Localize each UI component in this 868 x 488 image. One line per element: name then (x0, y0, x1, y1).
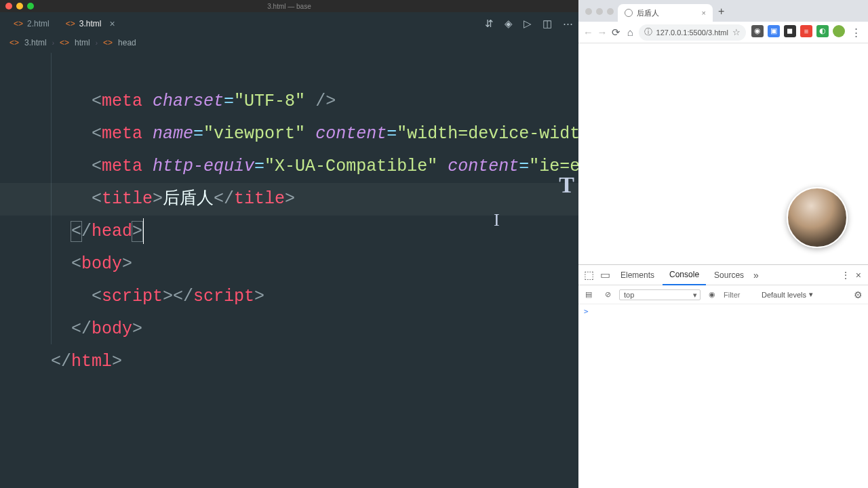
maximize-window-icon[interactable] (607, 8, 614, 15)
site-info-icon[interactable]: ⓘ (644, 26, 652, 38)
reload-button[interactable]: ⟳ (610, 25, 622, 40)
console-toolbar: ▤ ⊘ top ◉ Default levels▾ ⚙ (578, 285, 868, 304)
device-toolbar-icon[interactable]: ▭ (597, 268, 612, 283)
url-text: 127.0.0.1:5500/3.html (656, 28, 728, 37)
split-editor-icon[interactable]: ◫ (542, 18, 552, 30)
close-window-icon[interactable] (5, 3, 12, 9)
devtools-tab-console[interactable]: Console (663, 265, 706, 285)
window-controls (5, 3, 34, 9)
breadcrumb[interactable]: <> 3.html › <> html › <> head (0, 35, 578, 50)
breadcrumb-file[interactable]: 3.html (24, 38, 47, 47)
extension-icon[interactable]: ≡ (800, 25, 812, 37)
editor-tab-3html[interactable]: <> 3.html × (58, 12, 123, 35)
html-file-icon: <> (9, 38, 19, 47)
devtools-tabs: ⬚ ▭ Elements Console Sources » ⋮ × (578, 265, 868, 285)
minimap[interactable]: T (559, 172, 574, 198)
bookmark-star-icon[interactable]: ☆ (732, 27, 741, 37)
presenter-avatar (787, 187, 848, 248)
chevron-right-icon: › (52, 39, 54, 47)
chrome-menu-icon[interactable]: ⋮ (849, 25, 864, 40)
back-button[interactable]: ← (583, 25, 594, 40)
console-filter-input[interactable] (724, 291, 757, 299)
tag-icon: <> (60, 38, 69, 47)
extension-icon[interactable]: ◉ (751, 25, 764, 37)
tab-label: 2.html (27, 19, 50, 28)
editor-top-actions: ⇵ ◈ ▷ ◫ ⋯ (485, 18, 573, 30)
maximize-window-icon[interactable] (27, 3, 34, 9)
close-tab-icon[interactable]: × (109, 18, 115, 29)
devtools-menu-icon[interactable]: ⋮ (841, 270, 850, 281)
editor-tabs-row: <> 2.html <> 3.html × ⇵ ◈ ▷ ◫ ⋯ (0, 12, 578, 35)
close-tab-icon[interactable]: × (702, 9, 706, 17)
more-tabs-icon[interactable]: » (753, 270, 759, 281)
console-prompt: > (584, 307, 589, 316)
context-selector[interactable]: top (619, 289, 701, 300)
close-window-icon[interactable] (585, 8, 592, 15)
browser-window-controls (583, 8, 618, 22)
profile-avatar-icon[interactable] (833, 25, 845, 37)
breadcrumb-head[interactable]: head (118, 38, 136, 47)
tab-label: 3.html (79, 19, 102, 28)
clear-console-icon[interactable]: ⊘ (600, 287, 615, 302)
source-control-icon[interactable]: ⇵ (485, 18, 494, 30)
console-output[interactable]: > (578, 304, 868, 488)
tab-title: 后盾人 (637, 8, 659, 18)
tag-icon: <> (103, 38, 113, 47)
more-actions-icon[interactable]: ⋯ (563, 18, 573, 30)
browser-viewport[interactable] (578, 43, 868, 264)
editor-pane: 3.html — base <> 2.html <> 3.html × ⇵ ◈ … (0, 0, 578, 488)
inspect-element-icon[interactable]: ⬚ (581, 268, 596, 283)
devtools-panel: ⬚ ▭ Elements Console Sources » ⋮ × ▤ ⊘ t… (578, 264, 868, 488)
browser-pane: 后盾人 × + ← → ⟳ ⌂ ⓘ 127.0.0.1:5500/3.html … (578, 0, 868, 488)
run-icon[interactable]: ▷ (524, 18, 532, 30)
console-sidebar-icon[interactable]: ▤ (581, 287, 596, 302)
devtools-tab-elements[interactable]: Elements (614, 265, 661, 285)
extension-icon[interactable]: ◐ (816, 25, 829, 37)
text-cursor-icon: I (494, 210, 500, 230)
console-settings-icon[interactable]: ⚙ (854, 289, 865, 300)
minimize-window-icon[interactable] (596, 8, 603, 15)
browser-tabstrip: 后盾人 × + (578, 0, 868, 22)
editor-titlebar: 3.html — base (0, 0, 578, 12)
chevron-right-icon: › (96, 39, 98, 47)
diff-icon[interactable]: ◈ (505, 18, 513, 30)
html-file-icon: <> (66, 19, 75, 28)
code-area[interactable]: <meta charset="UTF-8" /> <meta name="vie… (0, 50, 578, 411)
editor-tab-2html[interactable]: <> 2.html (5, 12, 58, 35)
editor-body[interactable]: T I <meta charset="UTF-8" /> <meta name=… (0, 50, 578, 488)
live-expression-icon[interactable]: ◉ (705, 287, 719, 302)
home-button[interactable]: ⌂ (625, 25, 636, 40)
close-devtools-icon[interactable]: × (856, 270, 861, 281)
minimize-window-icon[interactable] (16, 3, 23, 9)
browser-tab[interactable]: 后盾人 × (618, 4, 713, 22)
html-file-icon: <> (14, 19, 23, 28)
address-bar: ← → ⟳ ⌂ ⓘ 127.0.0.1:5500/3.html ☆ ◉ ▣ ◼ … (578, 22, 868, 43)
favicon-icon (625, 9, 633, 17)
extension-icon[interactable]: ▣ (768, 25, 780, 37)
log-levels-selector[interactable]: Default levels▾ (762, 290, 813, 299)
extension-icons: ◉ ▣ ◼ ≡ ◐ ⋮ (749, 25, 864, 40)
devtools-tab-sources[interactable]: Sources (707, 265, 751, 285)
new-tab-button[interactable]: + (713, 5, 730, 22)
forward-button[interactable]: → (597, 25, 608, 40)
window-title: 3.html — base (267, 3, 311, 10)
breadcrumb-html[interactable]: html (75, 38, 90, 47)
url-input[interactable]: ⓘ 127.0.0.1:5500/3.html ☆ (639, 24, 746, 41)
extension-icon[interactable]: ◼ (784, 25, 796, 37)
